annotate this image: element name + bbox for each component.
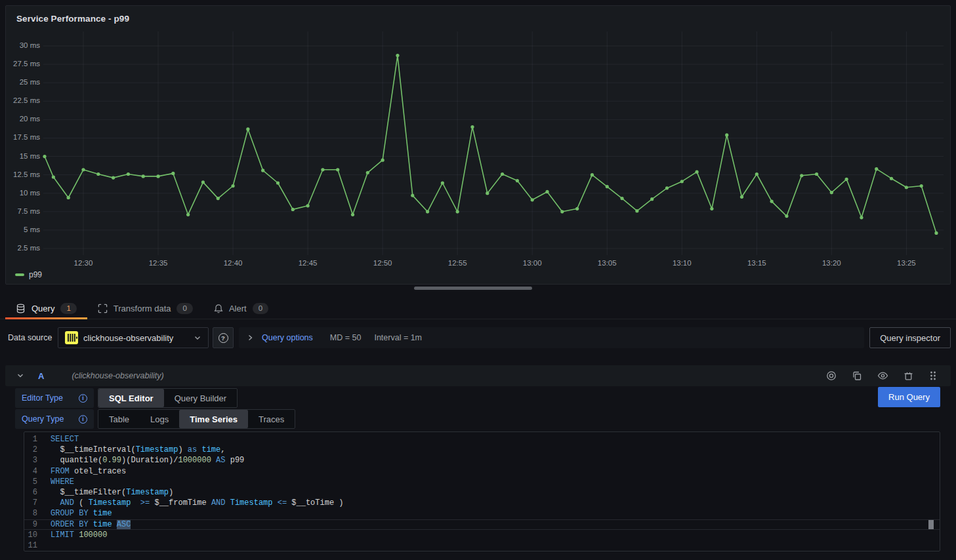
code-line[interactable]: 1SELECT [24, 434, 940, 445]
code-text: quantile(0.99)(Duration)/1000000 AS p99 [51, 455, 244, 466]
data-point [755, 172, 759, 176]
editor-type-row: Editor Type i SQL EditorQuery Builder [15, 388, 238, 408]
query-options-link[interactable]: Query options [262, 333, 313, 342]
data-point [456, 210, 459, 213]
eye-icon[interactable] [877, 370, 888, 381]
data-point [81, 168, 85, 171]
legend-item-p99[interactable]: p99 [15, 270, 42, 279]
line-number: 8 [24, 508, 51, 519]
line-number: 4 [24, 466, 51, 477]
data-point [351, 213, 354, 216]
editor-type-option-sql-editor[interactable]: SQL Editor [98, 389, 164, 407]
query-row-header[interactable]: A (clickhouse-observability) [5, 365, 951, 386]
clickhouse-logo-icon [65, 331, 78, 344]
x-tick-label: 13:05 [586, 259, 628, 267]
tab-label: Alert [229, 304, 247, 313]
line-number: 5 [24, 477, 51, 487]
data-point [186, 213, 190, 216]
editor-type-option-query-builder[interactable]: Query Builder [164, 389, 237, 407]
code-line[interactable]: 11 [24, 540, 940, 551]
y-tick-label: 5 ms [7, 226, 40, 233]
data-point [635, 209, 638, 212]
line-number: 7 [24, 498, 51, 508]
data-point [127, 172, 130, 176]
timeseries-panel: Service Performance - p99 30 ms27.5 ms25… [5, 5, 951, 285]
code-line[interactable]: 9ORDER BY time ASC [24, 519, 940, 530]
code-text: LIMIT 100000 [51, 530, 107, 540]
data-point [396, 54, 399, 57]
query-datasource-hint: (clickhouse-observability) [72, 371, 163, 380]
datasource-picker[interactable]: clickhouse-observability [58, 327, 209, 348]
code-text: $__timeFilter(Timestamp) [51, 487, 173, 498]
code-line[interactable]: 3 quantile(0.99)(Duration)/1000000 AS p9… [24, 455, 940, 466]
record-circle-icon[interactable] [826, 370, 837, 381]
tab-label: Transform data [114, 304, 171, 313]
timeseries-chart[interactable] [6, 6, 950, 284]
datasource-value: clickhouse-observability [83, 333, 173, 343]
info-icon[interactable]: i [79, 415, 87, 424]
y-tick-label: 12.5 ms [7, 170, 40, 178]
datasource-label: Data source [8, 333, 58, 342]
line-number: 2 [24, 445, 51, 455]
code-line[interactable]: 2 $__timeInterval(Timestamp) as time, [24, 445, 940, 455]
query-type-option-traces[interactable]: Traces [248, 410, 295, 428]
data-point [276, 181, 280, 184]
data-point [800, 174, 803, 177]
data-point [486, 191, 489, 195]
y-tick-label: 30 ms [7, 41, 40, 49]
tab-query[interactable]: Query1 [5, 297, 87, 319]
data-point [411, 193, 414, 197]
code-text: ORDER BY time ASC [51, 519, 131, 530]
code-text: AND ( Timestamp >= $__fromTime AND Times… [51, 498, 344, 508]
data-point [620, 197, 623, 200]
x-tick-label: 12:30 [62, 259, 104, 267]
query-type-option-time-series[interactable]: Time Series [179, 410, 248, 428]
line-number: 11 [24, 540, 51, 551]
y-tick-label: 15 ms [7, 152, 40, 160]
y-tick-label: 10 ms [7, 189, 40, 197]
code-line[interactable]: 4FROM otel_traces [24, 466, 940, 477]
code-text: GROUP BY time [51, 508, 112, 519]
data-point [261, 169, 264, 172]
line-number: 9 [24, 519, 51, 530]
query-inspector-button[interactable]: Query inspector [869, 327, 951, 348]
run-query-button[interactable]: Run Query [878, 387, 940, 407]
code-line[interactable]: 10LIMIT 100000 [24, 530, 940, 540]
y-tick-label: 22.5 ms [7, 96, 40, 104]
datasource-help-button[interactable]: ? [213, 327, 234, 348]
query-ref-id: A [38, 371, 44, 381]
tab-alert[interactable]: Alert0 [203, 297, 279, 319]
data-point [156, 174, 159, 178]
info-icon[interactable]: i [79, 394, 87, 403]
query-type-option-table[interactable]: Table [98, 410, 140, 428]
bell-icon [214, 304, 223, 313]
data-point [575, 207, 579, 210]
data-point [531, 198, 534, 201]
legend-label: p99 [29, 270, 42, 279]
tab-transform-data[interactable]: Transform data0 [87, 297, 203, 319]
collapse-chevron-icon[interactable] [16, 371, 25, 380]
code-line[interactable]: 8GROUP BY time [24, 508, 940, 519]
sql-editor[interactable]: 1SELECT2 $__timeInterval(Timestamp) as t… [24, 431, 940, 551]
tab-count-badge: 1 [60, 303, 76, 314]
x-tick-label: 12:40 [212, 259, 254, 267]
drag-handle-icon[interactable] [928, 370, 938, 381]
y-tick-label: 25 ms [7, 78, 40, 86]
data-point [366, 171, 369, 174]
data-point [934, 231, 938, 235]
data-point [426, 210, 429, 213]
transform-icon [98, 304, 108, 313]
y-tick-label: 20 ms [7, 115, 40, 123]
code-line[interactable]: 6 $__timeFilter(Timestamp) [24, 487, 940, 498]
data-point [291, 208, 295, 211]
code-line[interactable]: 5WHERE [24, 477, 940, 487]
copy-icon[interactable] [852, 370, 862, 381]
query-type-row: Query Type i TableLogsTime SeriesTraces [15, 409, 295, 429]
code-line[interactable]: 7 AND ( Timestamp >= $__fromTime AND Tim… [24, 498, 940, 508]
trash-icon[interactable] [904, 370, 913, 381]
data-point [695, 170, 698, 174]
horizontal-scrollbar-thumb[interactable] [414, 287, 532, 290]
data-point [516, 179, 519, 182]
query-options-bar[interactable]: Query options MD = 50 Interval = 1m [239, 327, 864, 348]
query-type-option-logs[interactable]: Logs [140, 410, 179, 428]
